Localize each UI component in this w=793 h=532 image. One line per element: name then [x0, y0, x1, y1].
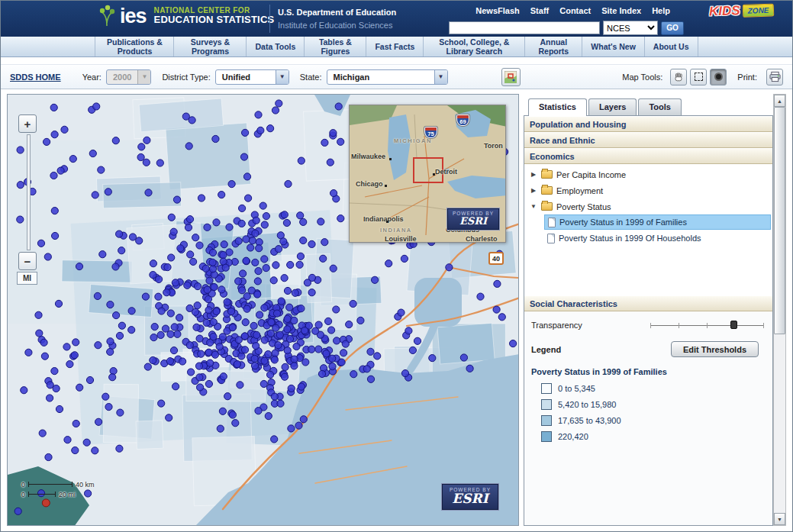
sdds-home-link[interactable]: SDDS HOME [10, 73, 61, 82]
inset-esri-logo: POWERED BY ESRI [447, 208, 499, 230]
hand-icon [673, 72, 684, 82]
map-viewport[interactable]: + − MI 40 0 40 km 0 20 mi POWERED BY E [7, 94, 519, 526]
sdds-map-viewer-page: ies NATIONAL CENTER FOR EDUCATION STATIS… [0, 0, 793, 532]
section-population-housing[interactable]: Population and Housing [524, 116, 772, 132]
chevron-down-icon: ▼ [276, 70, 289, 84]
open-folder-icon [541, 202, 553, 211]
zoom-out-button[interactable]: − [18, 252, 37, 270]
scrollbar-thumb[interactable] [774, 107, 785, 334]
interstate-75-shield: 75 [424, 127, 437, 138]
side-panel: Statistics Layers Tools Population and H… [524, 94, 786, 526]
nav-about-us[interactable]: About Us [645, 37, 698, 56]
statistics-panel-body: Population and Housing Race and Ethnic E… [524, 115, 773, 526]
scroll-up-icon[interactable]: ▲ [774, 95, 785, 107]
legend-title: Poverty Status in 1999 of Families [531, 367, 768, 376]
printer-icon [769, 71, 782, 82]
map-tools-label: Map Tools: [622, 73, 662, 82]
scale-zero-mi: 0 [21, 491, 25, 498]
chevron-down-icon: ▼ [137, 70, 150, 84]
map-scalebar: 0 40 km 0 20 mi [21, 479, 95, 499]
kids-zone-logo[interactable]: KIDS ZONE [708, 2, 774, 20]
tab-layers[interactable]: Layers [588, 98, 637, 116]
search-input[interactable] [449, 21, 600, 34]
city-dot [433, 173, 435, 176]
inset-label-toronto: Toron [484, 142, 503, 150]
inset-label-milwaukee: Milwaukee [351, 153, 385, 160]
search-scope-select[interactable]: NCES [603, 21, 658, 35]
edit-thresholds-button[interactable]: Edit Thresholds [671, 341, 759, 357]
overview-map-button[interactable] [501, 68, 521, 86]
district-type-label: District Type: [162, 73, 210, 82]
identify-tool-button[interactable] [710, 69, 727, 85]
link-staff[interactable]: Staff [530, 6, 549, 15]
nav-surveys[interactable]: Surveys & Programs [174, 37, 247, 56]
legend-swatch [541, 383, 552, 394]
tree-item-employment[interactable]: ▶ Employment [524, 182, 772, 198]
year-select[interactable]: 2000 ▼ [106, 69, 151, 85]
scroll-down-icon[interactable]: ▼ [774, 513, 785, 525]
section-economics[interactable]: Economics [524, 148, 772, 164]
zoom-in-button[interactable]: + [18, 114, 37, 133]
section-race-ethnic[interactable]: Race and Ethnic [524, 132, 772, 148]
tree-item-poverty-status[interactable]: ▼ Poverty Status [524, 198, 772, 214]
caret-right-icon: ▶ [530, 171, 537, 178]
search-go-button[interactable]: GO [661, 21, 684, 35]
print-button[interactable] [766, 69, 783, 85]
nav-publications[interactable]: Publications & Products [95, 37, 174, 56]
kids-zone-kids-text: KIDS [708, 3, 740, 19]
legend-item: 5,420 to 15,980 [541, 399, 768, 410]
ies-logo[interactable]: ies NATIONAL CENTER FOR EDUCATION STATIS… [98, 5, 274, 27]
kids-zone-zone-text: ZONE [742, 3, 774, 17]
interstate-69-shield: 69 [456, 114, 469, 126]
site-search: NCES GO [449, 21, 684, 35]
state-select[interactable]: Michigan ▼ [327, 69, 448, 85]
main-navbar: Publications & Products Surveys & Progra… [1, 37, 792, 57]
overview-inset-map[interactable]: MICHIGAN Milwaukee Chicago Detroit Toron… [349, 105, 506, 243]
zoom-box-tool-button[interactable] [690, 69, 707, 85]
ies-wordmark: ies [120, 6, 147, 27]
nav-annual-reports[interactable]: Annual Reports [525, 37, 582, 56]
link-site-index[interactable]: Site Index [601, 6, 641, 15]
tree-item-poverty-households[interactable]: Poverty Status in 1999 Of Households [544, 231, 771, 246]
caret-right-icon: ▶ [530, 187, 537, 194]
folder-icon [541, 170, 553, 179]
nav-data-tools[interactable]: Data Tools [247, 37, 305, 56]
section-social-characteristics[interactable]: Social Characteristics [524, 295, 772, 311]
scrollbar-track[interactable] [774, 107, 785, 513]
panel-tabs: Statistics Layers Tools [524, 94, 773, 116]
tab-statistics[interactable]: Statistics [528, 98, 587, 116]
link-contact[interactable]: Contact [559, 6, 591, 15]
document-icon [547, 234, 555, 243]
tree-item-poverty-families[interactable]: Poverty Status in 1999 of Families [544, 214, 771, 230]
inset-label-indiana: INDIANA [380, 227, 412, 234]
map-toolbar: SDDS HOME Year: 2000 ▼ District Type: Un… [1, 64, 792, 89]
zoom-slider-track[interactable] [27, 134, 31, 250]
transparency-slider[interactable] [650, 320, 763, 330]
tab-tools[interactable]: Tools [638, 98, 682, 116]
tree-item-per-capita-income[interactable]: ▶ Per Capita Income [524, 166, 772, 182]
esri-name-text: ESRI [450, 492, 491, 506]
city-dot [386, 221, 388, 223]
pan-tool-button[interactable] [670, 69, 687, 85]
link-help[interactable]: Help [652, 6, 670, 15]
district-type-select[interactable]: Unified ▼ [215, 69, 289, 85]
scale-km-label: 40 km [76, 481, 95, 488]
scale-line-km [28, 484, 73, 485]
document-icon [548, 218, 556, 227]
legend-swatch [541, 431, 552, 442]
nav-whats-new[interactable]: What's New [582, 37, 645, 56]
legend-item: 0 to 5,345 [541, 383, 768, 394]
site-header: ies NATIONAL CENTER FOR EDUCATION STATIS… [1, 1, 792, 37]
legend-label: Legend [531, 345, 561, 354]
nav-school-search[interactable]: School, College, & Library Search [424, 37, 525, 56]
transparency-slider-thumb[interactable] [730, 321, 737, 329]
panel-scrollbar[interactable]: ▲ ▼ [773, 94, 786, 526]
agency-line2: Institute of Education Sciences [278, 19, 396, 32]
map-tools-group: Map Tools: [622, 69, 727, 85]
link-newsflash[interactable]: NewsFlash [475, 6, 519, 15]
nav-tables-figures[interactable]: Tables & Figures [305, 37, 366, 56]
inset-label-indianapolis: Indianapolis [363, 215, 404, 223]
legend-swatch [541, 399, 552, 410]
nav-fast-facts[interactable]: Fast Facts [366, 37, 424, 56]
legend-area: Transparency [524, 311, 772, 525]
